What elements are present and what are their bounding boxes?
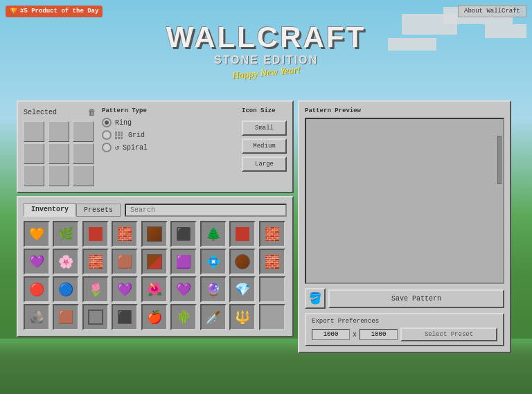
item-21[interactable]: 💜 [112, 276, 138, 303]
item-22[interactable]: 🌺 [141, 276, 168, 303]
item-16[interactable] [229, 249, 256, 275]
bucket-icon: 🪣 [308, 292, 322, 305]
selected-cell-6[interactable] [24, 165, 44, 186]
item-6[interactable]: 🌲 [200, 221, 227, 247]
grid-radio[interactable] [102, 130, 112, 140]
item-25[interactable]: 💎 [229, 276, 256, 303]
selected-cell-1[interactable] [48, 121, 69, 142]
pattern-ring[interactable]: Ring [102, 118, 236, 127]
grid-label: Grid [128, 132, 145, 139]
cloud-4 [388, 38, 436, 51]
item-34[interactable]: 🔱 [229, 304, 256, 330]
spiral-radio[interactable] [102, 143, 112, 152]
export-width-input[interactable] [312, 329, 350, 340]
item-9[interactable]: 💜 [24, 249, 50, 275]
item-0[interactable]: 🧡 [24, 221, 50, 247]
export-title: Export Preferences [312, 318, 497, 325]
item-35 [259, 304, 285, 330]
right-panel: Pattern Preview 🪣 Save Pattern Export Pr… [298, 100, 511, 353]
selected-header: Selected 🗑 [24, 107, 96, 118]
item-30[interactable]: ⬛ [112, 304, 138, 330]
search-input[interactable] [125, 204, 287, 217]
icon-size-section: Icon Size Small Medium Large [242, 107, 287, 172]
item-11[interactable]: 🧱 [82, 249, 109, 275]
save-pattern-button[interactable]: Save Pattern [328, 289, 504, 308]
item-28[interactable]: 🟫 [53, 304, 79, 330]
item-10[interactable]: 🌸 [53, 249, 79, 275]
ring-label: Ring [115, 119, 132, 127]
item-7[interactable] [229, 221, 256, 247]
app-tagline: Happy New Year! [231, 64, 301, 82]
tab-inventory[interactable]: Inventory [24, 203, 76, 217]
main-layout: Selected 🗑 Pattern Type [17, 100, 515, 353]
pattern-spiral[interactable]: ↺ Spiral [102, 143, 236, 152]
item-15[interactable]: 💠 [200, 249, 227, 275]
item-grid: 🧡 🌿 🧱 ⬛ 🌲 🧱 💜 🌸 🧱 🟫 🟪 💠 🧱 [24, 221, 287, 330]
pattern-type-section: Pattern Type Ring [102, 107, 236, 152]
item-20[interactable]: 🌷 [82, 276, 109, 303]
item-23[interactable]: 💜 [170, 276, 197, 303]
preview-scrollbar[interactable] [497, 136, 502, 185]
item-3[interactable]: 🧱 [112, 221, 138, 247]
trash-icon[interactable]: 🗑 [88, 107, 96, 118]
item-29[interactable] [82, 304, 109, 330]
selected-grid [24, 121, 96, 186]
pattern-grid[interactable]: Grid [102, 130, 236, 140]
item-31[interactable]: 🍎 [141, 304, 168, 330]
export-cross: x [353, 331, 357, 339]
item-18[interactable]: 🔴 [24, 276, 50, 303]
size-medium-button[interactable]: Medium [242, 138, 287, 154]
spiral-icon: ↺ [115, 143, 119, 152]
item-19[interactable]: 🔵 [53, 276, 79, 303]
ring-radio[interactable] [102, 118, 112, 127]
top-bar: 🏆 #5 Product of the Day About WallCraft [0, 0, 532, 22]
preview-bottom: 🪣 Save Pattern [305, 288, 504, 309]
export-row: x Select Preset [312, 328, 497, 341]
item-33[interactable]: 🗡️ [200, 304, 227, 330]
product-hunt-label: #5 Product of the Day [20, 8, 98, 15]
selected-cell-8[interactable] [73, 165, 94, 186]
export-height-input[interactable] [360, 329, 398, 340]
about-button[interactable]: About WallCraft [458, 5, 526, 17]
preview-title: Pattern Preview [305, 107, 504, 114]
preview-area [305, 118, 504, 284]
select-preset-button[interactable]: Select Preset [400, 328, 497, 341]
item-1[interactable]: 🌿 [53, 221, 79, 247]
inventory-panel: Inventory Presets 🧡 🌿 🧱 ⬛ 🌲 🧱 💜 🌸 🧱 [17, 196, 294, 337]
item-24[interactable]: 🔮 [200, 276, 227, 303]
size-large-button[interactable]: Large [242, 156, 287, 172]
item-26 [259, 276, 285, 303]
item-4[interactable] [141, 221, 168, 247]
item-2[interactable] [82, 221, 109, 247]
selected-cell-0[interactable] [24, 121, 44, 142]
selected-cell-4[interactable] [48, 143, 69, 164]
item-5[interactable]: ⬛ [170, 221, 197, 247]
preview-panel: Pattern Preview 🪣 Save Pattern Export Pr… [298, 100, 511, 353]
tab-presets[interactable]: Presets [76, 204, 121, 217]
selected-cell-3[interactable] [24, 143, 44, 164]
item-32[interactable]: 🌵 [170, 304, 197, 330]
item-27[interactable]: 🪨 [24, 304, 50, 330]
item-8[interactable]: 🧱 [259, 221, 285, 247]
selected-cell-2[interactable] [73, 121, 94, 142]
selected-cell-7[interactable] [48, 165, 69, 186]
grid-icon [115, 132, 123, 139]
size-small-button[interactable]: Small [242, 120, 287, 136]
bucket-tool-button[interactable]: 🪣 [305, 288, 326, 309]
inventory-header: Inventory Presets [24, 203, 287, 217]
selected-cell-5[interactable] [73, 143, 94, 164]
app-subtitle: STONE EDITION [166, 54, 366, 66]
item-13[interactable] [141, 249, 168, 275]
item-17[interactable]: 🧱 [259, 249, 285, 275]
top-controls-panel: Selected 🗑 Pattern Type [17, 100, 294, 193]
pattern-type-label: Pattern Type [102, 107, 236, 114]
pattern-radio-group: Ring [102, 118, 236, 152]
item-14[interactable]: 🟪 [170, 249, 197, 275]
item-12[interactable]: 🟫 [112, 249, 138, 275]
icon-size-label: Icon Size [242, 107, 287, 114]
left-panel: Selected 🗑 Pattern Type [17, 100, 294, 353]
title-area: WALLCRAFT STONE EDITION Happy New Year! [166, 21, 366, 79]
cloud-3 [485, 24, 526, 38]
export-section: Export Preferences x Select Preset [305, 313, 504, 346]
product-hunt-icon: 🏆 [10, 8, 17, 15]
